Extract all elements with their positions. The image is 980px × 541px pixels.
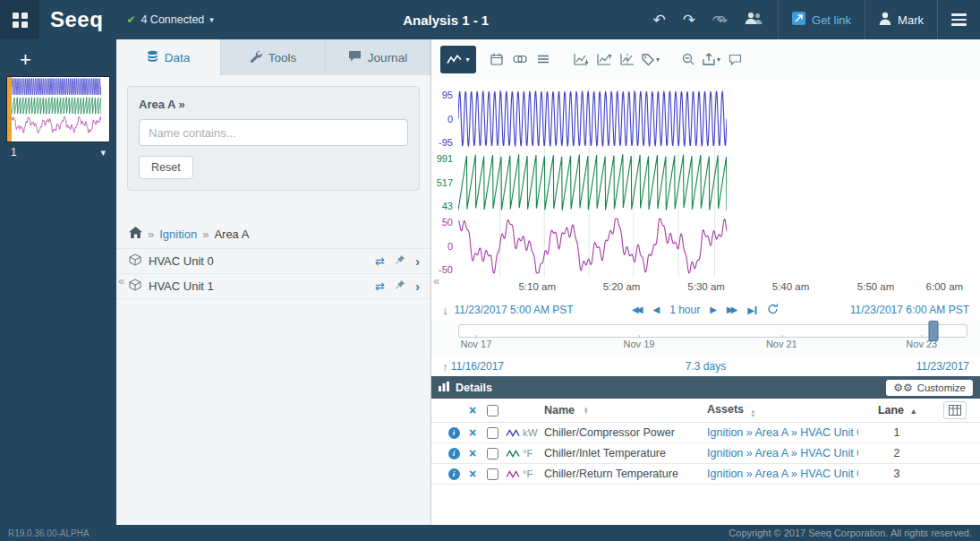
one-yaxis-icon[interactable] [592,47,616,71]
users-icon[interactable] [745,12,763,28]
table-row[interactable]: i × °F Chiller/Return Temperature Igniti… [431,464,980,485]
home-icon[interactable] [129,227,142,241]
column-header-name[interactable]: Name ▴▾ [544,404,707,416]
asset-path-link[interactable]: Ignition » Area A » HVAC Unit 0 [707,447,858,459]
list-item[interactable]: HVAC Unit 0 ⇄ › [116,249,430,274]
remove-all-icon[interactable]: × [464,403,481,417]
y-axis-tick: 0 [447,114,453,125]
shrink-range-icon[interactable]: ↓ [442,304,448,317]
view-mode-dropdown[interactable]: ▾ [440,46,476,73]
annotate-icon[interactable] [723,47,746,71]
list-item[interactable]: HVAC Unit 1 ⇄ › [116,274,430,299]
drilldown-chevron-icon[interactable]: › [415,253,420,269]
table-row[interactable]: i × °F Chiller/Inlet Temperature Ignitio… [431,443,980,464]
main-menu-button[interactable] [937,0,980,39]
y-axis-tick: -50 [439,264,453,275]
display-start[interactable]: 11/23/2017 5:00 AM PST [455,304,574,316]
row-checkbox[interactable] [487,468,499,480]
expand-range-icon[interactable]: ↑ [442,360,448,374]
collapse-panel-icon[interactable]: « [118,274,124,288]
range-start[interactable]: 11/16/2017 [451,360,504,373]
y-axis-tick: 0 [447,241,453,252]
reset-button[interactable]: Reset [139,156,193,179]
one-lane-icon[interactable] [569,47,592,71]
step-duration[interactable]: 1 hour [669,304,700,316]
info-icon[interactable]: i [448,448,460,459]
forward-all-icon[interactable]: ↷↷ [712,13,728,27]
search-input[interactable] [139,119,408,146]
statistics-icon[interactable] [532,47,555,71]
asset-name: HVAC Unit 0 [149,254,375,268]
info-icon[interactable]: i [448,427,460,439]
y-axis-tick: -95 [439,137,453,148]
get-link-button[interactable]: Get link [778,0,865,39]
range-duration[interactable]: 7.3 days [686,360,726,373]
step-forward-icon[interactable]: ▶ [710,305,717,314]
auto-update-icon[interactable] [767,303,780,318]
select-all-checkbox[interactable] [487,405,499,416]
tab-tools[interactable]: Tools [221,39,326,75]
app-window: Seeq ✔ 4 Connected ▾ Analysis 1 - 1 ↶ ↷ … [0,0,980,541]
range-end[interactable]: 11/23/2017 [916,360,969,373]
undo-icon[interactable]: ↶ [652,13,665,28]
step-back-fast-icon[interactable]: ◀◀ [632,305,643,314]
trend-chart[interactable] [458,87,727,278]
remove-icon[interactable]: × [464,446,481,460]
connected-status[interactable]: ✔ 4 Connected ▾ [126,13,213,26]
range-tick: Nov 17 [460,339,491,349]
swap-asset-icon[interactable]: ⇄ [375,279,385,293]
chevron-down-icon: ▾ [656,56,660,64]
row-checkbox[interactable] [487,427,499,439]
customize-button[interactable]: ⚙⚙ Customize [886,380,973,396]
calendar-icon[interactable] [485,47,508,71]
column-config-button[interactable] [943,401,967,419]
cursors-icon[interactable] [616,47,639,71]
worksheet-chevron-icon[interactable]: ▾ [100,147,106,159]
breadcrumb-root[interactable]: Ignition [159,228,197,241]
remove-icon[interactable]: × [464,467,481,481]
export-icon [703,53,715,65]
table-row[interactable]: i × kW Chiller/Compressor Power Ignition… [431,423,980,443]
asset-name: HVAC Unit 1 [149,279,375,293]
asset-path-link[interactable]: Ignition » Area A » HVAC Unit 0 [707,426,858,439]
pin-icon[interactable] [395,279,405,293]
range-track[interactable] [458,324,967,338]
pin-icon[interactable] [395,254,405,268]
info-icon[interactable]: i [448,468,460,480]
apps-grid-button[interactable] [0,0,39,39]
labels-dropdown[interactable]: ▾ [639,47,662,71]
worksheet-thumbnail[interactable] [7,77,109,142]
collapse-panel-icon[interactable]: « [433,274,439,288]
range-selector: Nov 17Nov 19Nov 21Nov 23 [431,321,980,356]
signal-name: Chiller/Inlet Temperature [544,447,666,459]
details-table-header: × Name ▴▾ Assets ▴▾ Lane ▴ [431,399,980,423]
column-header-lane[interactable]: Lane ▴ [858,404,935,416]
status-bar: R19.0.36.00-ALPHA Copyright © 2017 Seeq … [0,525,980,541]
redo-icon[interactable]: ↷ [683,13,695,28]
drilldown-chevron-icon[interactable]: › [415,279,420,294]
add-worksheet-button[interactable]: + [20,50,34,70]
cube-icon [129,279,141,294]
swap-asset-icon[interactable]: ⇄ [375,254,385,268]
user-menu[interactable]: Mark [865,0,937,39]
export-dropdown[interactable]: ▾ [700,47,723,71]
tab-data[interactable]: Data [116,39,221,75]
step-to-end-icon[interactable]: ▶ [747,305,757,315]
step-back-icon[interactable]: ◀ [652,305,660,314]
tab-journal[interactable]: Journal [326,39,430,75]
x-axis-tick: 5:50 am [857,281,895,292]
display-end[interactable]: 11/23/2017 6:00 AM PST [850,304,969,316]
row-checkbox[interactable] [487,448,499,459]
wrench-icon [250,50,262,65]
signal-unit: °F [523,468,544,479]
remove-icon[interactable]: × [464,425,481,440]
seeq-logo[interactable]: Seeq [50,7,103,32]
zoom-out-icon[interactable] [677,47,700,71]
column-header-assets[interactable]: Assets ▴▾ [707,403,858,417]
customize-label: Customize [917,382,966,393]
asset-path-link[interactable]: Ignition » Area A » HVAC Unit 0 [707,468,858,480]
capsule-link-icon[interactable] [508,47,532,71]
breadcrumb-separator: » [148,228,154,241]
top-bar: Seeq ✔ 4 Connected ▾ Analysis 1 - 1 ↶ ↷ … [0,0,980,39]
step-forward-fast-icon[interactable]: ▶▶ [727,305,737,314]
